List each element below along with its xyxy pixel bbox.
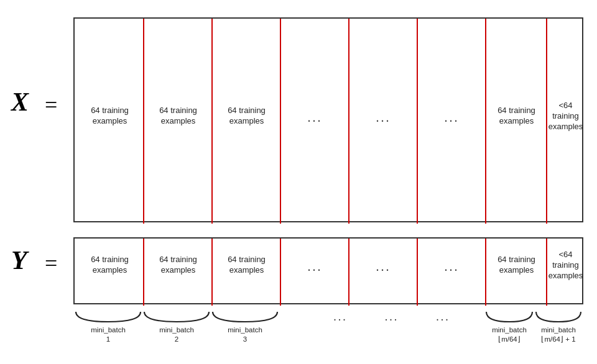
- y-cell-1: 64 training examples: [76, 255, 143, 276]
- x-cell-3: 64 training examples: [213, 106, 280, 127]
- y-cell-last: 64 training examples: [487, 255, 546, 276]
- brace-2-label: mini_batch2: [142, 325, 211, 344]
- y-dots-2: ...: [350, 260, 417, 274]
- brace-1: mini_batch1: [73, 311, 143, 344]
- x-cell-2: 64 training examples: [145, 106, 211, 127]
- x-divider-3: [280, 19, 281, 224]
- brace-1-label: mini_batch1: [73, 325, 143, 344]
- y-divider-5: [417, 239, 418, 306]
- brace-3: mini_batch3: [210, 311, 280, 344]
- x-divider-7: [546, 19, 547, 224]
- x-label: X: [11, 87, 29, 117]
- y-divider-7: [546, 239, 547, 306]
- x-dots-1: ...: [282, 111, 348, 125]
- y-divider-1: [143, 239, 144, 306]
- brace-3-label: mini_batch3: [210, 325, 280, 344]
- diagram: X = Y = 64 training examples 64 training…: [0, 6, 597, 364]
- x-dots-2: ...: [350, 111, 417, 125]
- y-dots-1: ...: [282, 260, 348, 274]
- x-cell-1: 64 training examples: [76, 106, 143, 127]
- x-divider-2: [211, 19, 213, 224]
- y-label: Y: [11, 245, 27, 275]
- x-divider-4: [348, 19, 349, 224]
- y-divider-6: [485, 239, 486, 306]
- x-divider-1: [143, 19, 144, 224]
- y-cell-partial: <64 training examples: [548, 250, 583, 281]
- brace-dots: ... ... ...: [280, 311, 485, 324]
- brace-near-last: mini_batch⌊m/64⌋: [484, 311, 535, 344]
- x-equals: =: [45, 92, 57, 118]
- x-matrix: 64 training examples 64 training example…: [73, 17, 583, 222]
- brace-last: mini_batch⌊m/64⌋ + 1: [534, 311, 583, 344]
- y-divider-3: [280, 239, 281, 306]
- x-divider-5: [417, 19, 418, 224]
- y-divider-4: [348, 239, 349, 306]
- y-cell-3: 64 training examples: [213, 255, 280, 276]
- x-divider-6: [485, 19, 486, 224]
- y-equals: =: [45, 250, 57, 276]
- brace-last-label: mini_batch⌊m/64⌋ + 1: [534, 325, 583, 344]
- brace-near-last-label: mini_batch⌊m/64⌋: [484, 325, 535, 344]
- y-dots-3: ...: [419, 260, 485, 274]
- brace-2: mini_batch2: [142, 311, 211, 344]
- y-divider-2: [211, 239, 213, 306]
- y-cell-2: 64 training examples: [145, 255, 211, 276]
- x-cell-partial: <64 training examples: [548, 101, 583, 132]
- x-cell-last: 64 training examples: [487, 106, 546, 127]
- y-matrix: 64 training examples 64 training example…: [73, 237, 583, 304]
- x-dots-3: ...: [419, 111, 485, 125]
